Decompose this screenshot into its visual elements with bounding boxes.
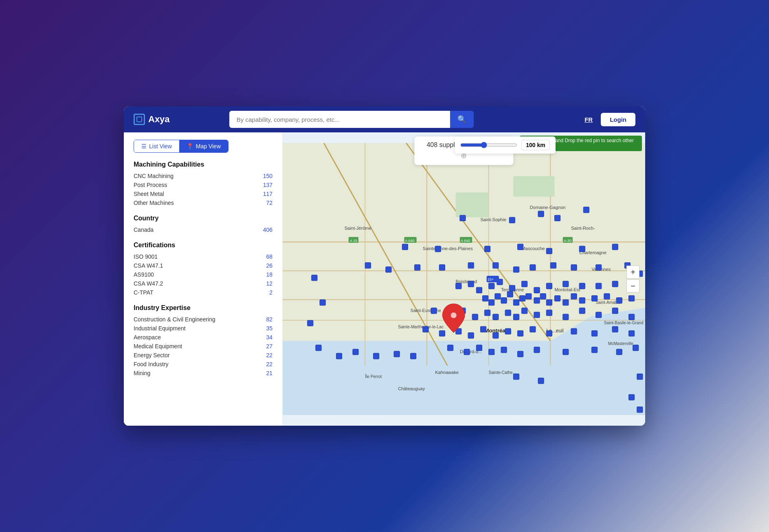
svg-text:Châteauguay: Châteauguay — [398, 386, 425, 391]
distance-slider[interactable] — [460, 142, 517, 148]
svg-text:Île Perrot: Île Perrot — [365, 374, 382, 379]
svg-text:Mascouche: Mascouche — [522, 246, 545, 251]
svg-rect-118 — [629, 314, 635, 320]
svg-rect-111 — [522, 308, 527, 314]
svg-rect-143 — [633, 345, 639, 351]
svg-rect-78 — [546, 283, 552, 289]
svg-rect-75 — [509, 285, 515, 291]
svg-rect-71 — [468, 281, 474, 287]
svg-rect-76 — [522, 281, 527, 287]
filter-as9100[interactable]: AS9100 18 — [134, 270, 272, 279]
svg-rect-137 — [501, 347, 507, 353]
search-input[interactable] — [229, 111, 450, 128]
svg-rect-140 — [563, 349, 569, 355]
zoom-in-button[interactable]: + — [626, 266, 639, 279]
svg-rect-66 — [550, 263, 556, 268]
svg-rect-59 — [386, 267, 391, 273]
svg-rect-47 — [509, 217, 515, 223]
svg-rect-96 — [563, 300, 569, 306]
svg-rect-112 — [534, 312, 540, 318]
svg-rect-90 — [520, 295, 525, 301]
svg-rect-93 — [540, 293, 546, 299]
filter-energy-sector[interactable]: Energy Sector 22 — [134, 351, 272, 360]
header-right: FR Login — [584, 113, 635, 126]
filter-industrial-equipment[interactable]: Industrial Equipment 35 — [134, 324, 272, 333]
svg-rect-147 — [316, 345, 321, 351]
filter-csa-w472[interactable]: CSA W47.2 12 — [134, 279, 272, 288]
svg-rect-131 — [612, 326, 618, 332]
svg-rect-128 — [546, 330, 552, 336]
svg-rect-53 — [485, 246, 490, 252]
filter-ctpat[interactable]: C-TPAT 2 — [134, 288, 272, 297]
svg-rect-51 — [402, 244, 408, 250]
svg-text:Domaine-Gagnon: Domaine-Gagnon — [530, 205, 566, 210]
svg-rect-144 — [312, 275, 317, 281]
logo-text: Axya — [148, 114, 170, 125]
app-window: Axya 🔍 FR Login ☰ List View 📍 M — [124, 106, 645, 426]
filter-cnc-machining[interactable]: CNC Machining 150 — [134, 171, 272, 180]
svg-rect-150 — [374, 353, 379, 359]
svg-rect-152 — [411, 353, 416, 359]
svg-text:A-30: A-30 — [564, 239, 571, 243]
svg-rect-109 — [505, 310, 511, 316]
filter-post-process[interactable]: Post Process 137 — [134, 180, 272, 189]
filter-sheet-metal[interactable]: Sheet Metal 117 — [134, 189, 272, 198]
svg-rect-98 — [579, 298, 585, 303]
search-icon: 🔍 — [457, 115, 466, 123]
header: Axya 🔍 FR Login — [124, 106, 645, 132]
svg-rect-134 — [464, 349, 470, 355]
svg-rect-50 — [555, 215, 560, 221]
filter-medical-equipment[interactable]: Medical Equipment 27 — [134, 342, 272, 351]
svg-rect-67 — [571, 265, 577, 270]
map-area: Tip: Tip: Drag and Drop the red pin to s… — [283, 132, 645, 426]
svg-rect-106 — [472, 314, 478, 320]
svg-rect-124 — [493, 332, 499, 338]
svg-rect-156 — [637, 407, 643, 413]
svg-rect-146 — [308, 320, 313, 326]
list-view-button[interactable]: ☰ List View — [134, 140, 179, 152]
map-canvas: Saint-Sophie Domaine-Gagnon Saint-Roch- … — [283, 132, 645, 426]
svg-rect-63 — [493, 263, 499, 268]
svg-rect-127 — [530, 326, 536, 332]
zoom-out-button[interactable]: − — [626, 279, 639, 292]
svg-rect-77 — [534, 287, 540, 293]
svg-rect-73 — [489, 283, 494, 289]
filter-other-machines[interactable]: Other Machines 72 — [134, 198, 272, 207]
login-button[interactable]: Login — [601, 113, 635, 126]
filter-canada[interactable]: Canada 406 — [134, 225, 272, 234]
svg-point-160 — [451, 312, 457, 318]
svg-rect-60 — [415, 265, 420, 270]
filter-csa-w471[interactable]: CSA W47.1 26 — [134, 261, 272, 270]
svg-rect-95 — [555, 295, 560, 301]
filter-iso9001[interactable]: ISO 9001 68 — [134, 252, 272, 261]
search-container: 🔍 — [229, 111, 474, 128]
certifications-section: Certifications ISO 9001 68 CSA W47.1 26 … — [134, 242, 272, 297]
svg-rect-149 — [353, 349, 358, 355]
industry-section: Industry Expertise Construction & Civil … — [134, 304, 272, 378]
filter-food-industry[interactable]: Food Industry 22 — [134, 360, 272, 369]
language-button[interactable]: FR — [584, 116, 593, 123]
logo-icon — [134, 114, 145, 125]
svg-rect-145 — [320, 300, 325, 306]
svg-rect-94 — [546, 300, 552, 306]
filter-aerospace[interactable]: Aerospace 34 — [134, 333, 272, 342]
svg-rect-132 — [629, 330, 635, 336]
svg-rect-13 — [456, 193, 489, 218]
svg-rect-122 — [468, 332, 474, 338]
filter-mining[interactable]: Mining 21 — [134, 369, 272, 378]
svg-text:Sainte-Marthe-sur-le-Lac: Sainte-Marthe-sur-le-Lac — [398, 325, 444, 329]
filter-construction[interactable]: Construction & Civil Engineering 82 — [134, 315, 272, 324]
svg-rect-100 — [604, 293, 610, 299]
svg-rect-99 — [592, 295, 598, 301]
map-view-button[interactable]: 📍 Map View — [179, 140, 228, 152]
search-button[interactable]: 🔍 — [450, 111, 474, 128]
svg-rect-97 — [571, 293, 577, 299]
svg-rect-72 — [476, 287, 482, 293]
list-icon: ☰ — [141, 143, 147, 149]
country-title: Country — [134, 215, 272, 222]
svg-text:Saint-Basile-le-Grand: Saint-Basile-le-Grand — [604, 321, 644, 325]
svg-text:A 15: A 15 — [350, 239, 357, 243]
country-section: Country Canada 406 — [134, 215, 272, 234]
zoom-controls: + − — [626, 266, 639, 292]
svg-text:A 640: A 640 — [461, 239, 470, 243]
